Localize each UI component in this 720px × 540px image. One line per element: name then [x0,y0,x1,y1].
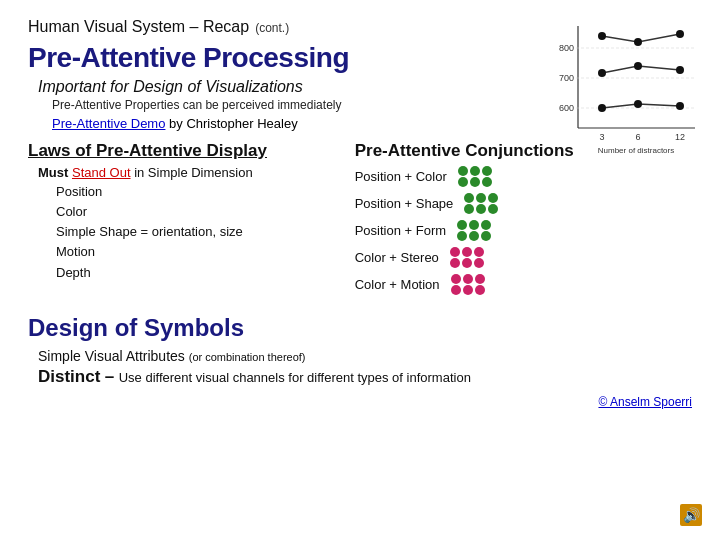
conj-item-color-motion: Color + Motion [355,273,692,295]
svg-point-31 [476,204,486,214]
dots-svg-pos-form [456,219,492,241]
law-item-depth: Depth [56,263,335,283]
conj-item-pos-form: Position + Form [355,219,692,241]
in-simple-text: in Simple Dimension [134,165,253,180]
speaker-icon[interactable] [680,504,702,526]
laws-col: Laws of Pre-Attentive Display Must Stand… [28,141,335,300]
svg-point-35 [481,220,491,230]
svg-text:800: 800 [559,43,574,53]
conj-label-pos-shape: Position + Shape [355,196,454,211]
chart-svg: 800 700 600 3 6 12 Number of distractors [550,18,700,158]
svg-point-40 [462,247,472,257]
conj-item-pos-shape: Position + Shape [355,192,692,214]
svg-point-45 [451,274,461,284]
svg-point-26 [482,177,492,187]
svg-point-18 [598,104,606,112]
conj-item-pos-color: Position + Color [355,165,692,187]
svg-point-22 [470,166,480,176]
svg-point-39 [450,247,460,257]
svg-point-43 [462,258,472,268]
pre-attentive-demo-link[interactable]: Pre-Attentive Demo [52,116,165,131]
dots-svg-color-stereo [449,246,485,268]
svg-point-25 [470,177,480,187]
distinct-label: Distinct [38,367,100,386]
conj-label-color-stereo: Color + Stereo [355,250,439,265]
svg-point-30 [464,204,474,214]
svg-text:Number of distractors: Number of distractors [598,146,674,155]
svg-text:3: 3 [599,132,604,142]
svg-point-44 [474,258,484,268]
header-cont: (cont.) [255,21,289,35]
svg-text:600: 600 [559,103,574,113]
law-item-position: Position [56,182,335,202]
svg-point-48 [451,285,461,295]
dots-pos-form [456,219,492,241]
dots-color-stereo [449,246,485,268]
svg-point-13 [634,38,642,46]
svg-point-38 [481,231,491,241]
svg-point-49 [463,285,473,295]
must-label: Must [38,165,68,180]
svg-point-41 [474,247,484,257]
dots-svg-color-motion [450,273,486,295]
svg-point-20 [676,102,684,110]
svg-point-34 [469,220,479,230]
law-item-color: Color [56,202,335,222]
svg-point-16 [634,62,642,70]
svg-point-46 [463,274,473,284]
svg-text:6: 6 [635,132,640,142]
svg-point-24 [458,177,468,187]
conj-label-pos-form: Position + Form [355,223,446,238]
conjunctions-col: Pre-Attentive Conjunctions Position + Co… [355,141,692,300]
dots-svg-pos-shape [463,192,499,214]
simple-visual-line: Simple Visual Attributes (or combination… [38,348,692,364]
distinct-text: Use different visual channels for differ… [119,370,471,385]
svg-point-21 [458,166,468,176]
conj-item-color-stereo: Color + Stereo [355,246,692,268]
svg-point-17 [676,66,684,74]
footer-link[interactable]: © Anselm Spoerri [598,395,692,409]
svg-point-32 [488,204,498,214]
svg-point-19 [634,100,642,108]
conj-label-color-motion: Color + Motion [355,277,440,292]
header-title: Human Visual System – Recap [28,18,249,36]
must-line: Must Stand Out in Simple Dimension [38,165,335,180]
simple-visual-text: Simple Visual Attributes [38,348,185,364]
svg-text:12: 12 [675,132,685,142]
svg-point-47 [475,274,485,284]
svg-point-42 [450,258,460,268]
dots-pos-shape [463,192,499,214]
svg-point-12 [598,32,606,40]
svg-point-27 [464,193,474,203]
svg-point-15 [598,69,606,77]
svg-text:700: 700 [559,73,574,83]
stand-out-label: Stand Out [72,165,131,180]
svg-point-14 [676,30,684,38]
conj-label-pos-color: Position + Color [355,169,447,184]
demo-by: by Christopher Healey [165,116,297,131]
svg-point-29 [488,193,498,203]
svg-point-50 [475,285,485,295]
law-item-simple-shape: Simple Shape = orientation, size [56,222,335,242]
svg-point-33 [457,220,467,230]
dots-pos-color [457,165,493,187]
laws-heading: Laws of Pre-Attentive Display [28,141,335,161]
distinct-dash: – [105,367,114,386]
chart-container: 800 700 600 3 6 12 Number of distractors [550,18,700,158]
svg-point-37 [469,231,479,241]
dots-svg-pos-color [457,165,493,187]
page: 800 700 600 3 6 12 Number of distractors [0,0,720,540]
design-heading: Design of Symbols [28,314,692,342]
combo-note: (or combination thereof) [189,351,306,363]
distinct-line: Distinct – Use different visual channels… [38,367,692,387]
dots-color-motion [450,273,486,295]
law-item-motion: Motion [56,242,335,262]
svg-point-28 [476,193,486,203]
svg-point-36 [457,231,467,241]
laws-heading-text: Laws of Pre-Attentive Display [28,141,267,160]
svg-point-23 [482,166,492,176]
footer: © Anselm Spoerri [28,395,692,409]
two-col-layout: Laws of Pre-Attentive Display Must Stand… [28,141,692,300]
